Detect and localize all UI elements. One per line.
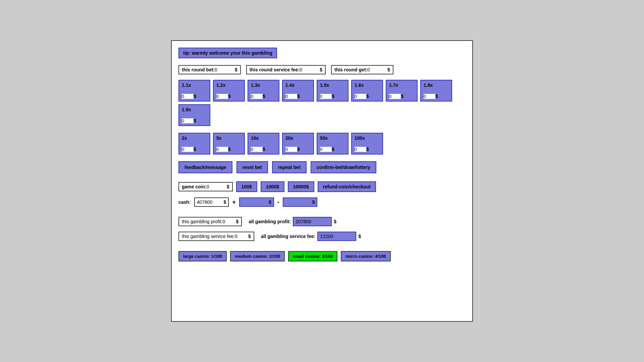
multiplier-input[interactable] [182, 118, 194, 123]
multiplier-cell-1_1x[interactable]: 1.1x$ [178, 80, 210, 102]
refund-button[interactable]: refund-coin/checkout [318, 181, 376, 192]
cash-input[interactable] [197, 199, 224, 205]
multiplier-input-row: $ [389, 94, 414, 99]
repeat-bet-button[interactable]: repeat bet [272, 161, 307, 173]
cash-minus-input[interactable] [285, 199, 312, 205]
large-casino-badge: large casino: 1/100 [178, 251, 227, 261]
multiplier-input-row: $ [182, 146, 207, 152]
multiplier-input-row: $ [320, 94, 345, 99]
multiplier-dollar: $ [366, 94, 369, 99]
plus-sign: + [232, 199, 236, 206]
round-stats-row: this round bet: $ this round service fee… [178, 65, 466, 74]
multiplier-input-row: $ [251, 146, 276, 152]
this-profit-label: this gambling profit: [182, 219, 222, 224]
multiplier-input[interactable] [285, 147, 297, 152]
multiplier-dollar: $ [263, 94, 265, 99]
multiplier-input[interactable] [182, 94, 194, 99]
round-bet-input[interactable] [215, 67, 235, 72]
this-profit-input[interactable] [222, 219, 236, 224]
cash-row: cash: $ + $ - $ [178, 197, 466, 207]
multiplier-input-row: $ [285, 94, 311, 99]
coin-10000-button[interactable]: 10000$ [288, 181, 314, 192]
multiplier-cell-2x[interactable]: 2x$ [178, 133, 210, 155]
coin-100-button[interactable]: 100$ [236, 181, 257, 192]
fee-row: this gambling service fee: $ all gamblin… [178, 232, 466, 241]
round-get-input[interactable] [367, 67, 387, 72]
medium-casino-badge: medium casino: 2/100 [230, 251, 285, 261]
multiplier-input[interactable] [389, 94, 401, 99]
multiplier-dollar: $ [401, 94, 404, 99]
multiplier-cell-100x[interactable]: 100x$ [351, 133, 383, 155]
multiplier-label: 1.3x [251, 82, 276, 88]
cash-plus-dollar: $ [269, 199, 271, 205]
multiplier-input-row: $ [355, 146, 380, 152]
multiplier-label: 1.5x [320, 82, 345, 88]
multiplier-dollar: $ [435, 94, 438, 99]
cash-label: cash: [178, 199, 191, 205]
multiplier-input[interactable] [424, 94, 435, 99]
multiplier-input[interactable] [251, 94, 263, 99]
multiplier-cell-1_2x[interactable]: 1.2x$ [213, 80, 245, 102]
reset-bet-button[interactable]: reset bet [236, 161, 268, 173]
game-coin-dollar: $ [227, 184, 229, 189]
feedback-button[interactable]: feedback/message [178, 161, 232, 173]
multiplier-input[interactable] [285, 94, 297, 99]
multiplier-label: 1.9x [182, 107, 207, 112]
multiplier-input[interactable] [355, 94, 366, 99]
multiplier-cell-50x[interactable]: 50x$ [317, 133, 348, 155]
all-profit-input[interactable] [296, 219, 329, 224]
multiplier-input[interactable] [355, 147, 366, 152]
micro-casino-badge: micro casino: 4/100 [341, 251, 391, 261]
multiplier-input[interactable] [320, 94, 332, 99]
round-bet-dollar: $ [235, 67, 237, 72]
multiplier-cell-1_9x[interactable]: 1.9x$ [178, 104, 210, 126]
main-container: tip: warmly welcome your this gambling t… [171, 40, 473, 322]
multiplier-cell-1_4x[interactable]: 1.4x$ [282, 80, 314, 102]
multiplier-input-row: $ [285, 146, 311, 152]
multiplier-cell-1_7x[interactable]: 1.7x$ [386, 80, 418, 102]
cash-plus-field: $ [239, 197, 274, 207]
action-row: feedback/message reset bet repeat bet co… [178, 161, 466, 173]
round-fee-dollar: $ [320, 67, 322, 72]
round-get-field: this round get: $ [331, 65, 393, 74]
this-fee-input[interactable] [235, 234, 248, 239]
cash-plus-input[interactable] [242, 199, 269, 205]
multiplier-input-row: $ [424, 94, 449, 99]
multiplier-cell-1_5x[interactable]: 1.5x$ [317, 80, 348, 102]
multiplier-cell-5x[interactable]: 5x$ [213, 133, 245, 155]
round-get-label: this round get: [334, 67, 367, 72]
multiplier-dollar: $ [263, 146, 265, 152]
multiplier-label: 1.1x [182, 82, 207, 88]
multiplier-cell-10x[interactable]: 10x$ [248, 133, 279, 155]
multiplier-input-row: $ [216, 94, 241, 99]
multiplier-input-row: $ [182, 94, 207, 99]
multiplier-input[interactable] [320, 147, 332, 152]
multiplier-input[interactable] [216, 147, 228, 152]
this-fee-label: this gambling service fee: [182, 234, 235, 239]
game-coin-label: game coin: [182, 184, 207, 189]
tip-text: tip: warmly welcome your this gambling [183, 50, 272, 56]
all-fee-input[interactable] [320, 234, 354, 239]
multiplier-cell-1_6x[interactable]: 1.6x$ [351, 80, 383, 102]
multiplier-cell-20x[interactable]: 20x$ [282, 133, 314, 155]
multiplier-input-row: $ [251, 94, 276, 99]
round-bet-field: this round bet: $ [178, 65, 241, 74]
game-coin-input[interactable] [207, 184, 227, 189]
multiplier-input-row: $ [182, 118, 207, 123]
multiplier-grid-row2: 2x$5x$10x$20x$50x$100x$ [178, 133, 466, 155]
multiplier-cell-1_8x[interactable]: 1.8x$ [420, 80, 452, 102]
multiplier-input[interactable] [216, 94, 228, 99]
multiplier-cell-1_3x[interactable]: 1.3x$ [248, 80, 279, 102]
all-profit-dollar: $ [334, 219, 336, 224]
confirm-bet-button[interactable]: confirm-bet/draw/lottery [311, 161, 376, 173]
coin-1000-button[interactable]: 1000$ [261, 181, 284, 192]
multiplier-label: 100x [355, 135, 380, 141]
all-fee-wrapper: all gambling service fee: $ [261, 232, 361, 241]
multiplier-input[interactable] [182, 147, 194, 152]
multiplier-input-row: $ [320, 146, 345, 152]
multiplier-input[interactable] [251, 147, 263, 152]
all-profit-label: all gambling profit: [249, 219, 291, 224]
multiplier-label: 50x [320, 135, 345, 141]
this-profit-field: this gambling profit: $ [178, 217, 242, 226]
round-fee-input[interactable] [300, 67, 320, 72]
